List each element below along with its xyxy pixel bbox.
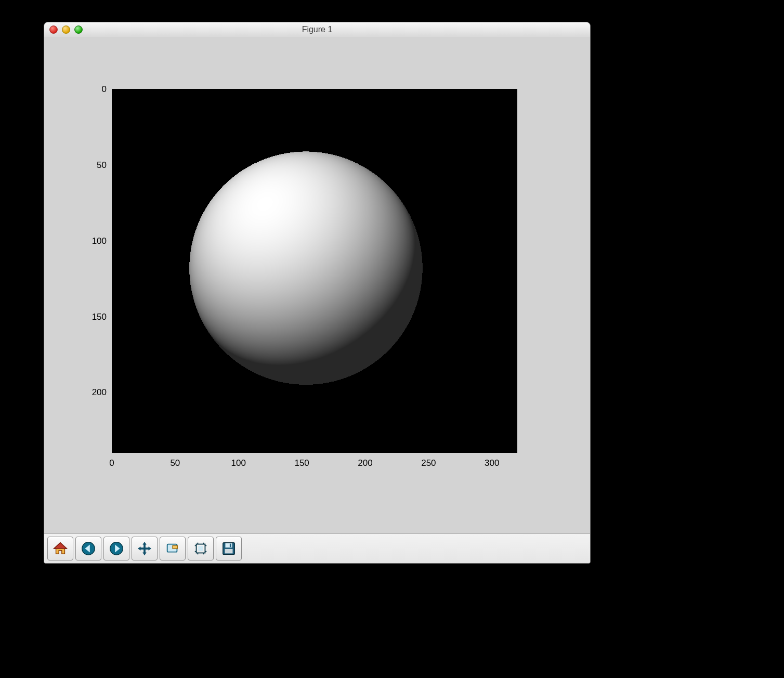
titlebar: Figure 1 bbox=[44, 22, 590, 37]
x-tick: 0 bbox=[109, 458, 114, 468]
window-title: Figure 1 bbox=[302, 25, 333, 34]
x-tick: 100 bbox=[231, 458, 246, 468]
x-tick: 250 bbox=[421, 458, 436, 468]
figure-window: Figure 1 050100150200 050100150200250300 bbox=[44, 22, 591, 564]
zoom-rect-icon bbox=[165, 541, 180, 556]
home-button[interactable] bbox=[47, 537, 73, 560]
zoom-window-icon[interactable] bbox=[74, 25, 83, 34]
move-icon bbox=[137, 541, 152, 556]
arrow-right-icon bbox=[109, 541, 124, 556]
svg-rect-5 bbox=[173, 545, 177, 549]
x-tick: 50 bbox=[170, 458, 180, 468]
nav-toolbar bbox=[44, 533, 590, 563]
svg-rect-7 bbox=[198, 546, 203, 551]
heatmap-image bbox=[112, 89, 517, 453]
x-tick: 200 bbox=[358, 458, 372, 468]
figure-canvas[interactable]: 050100150200 050100150200250300 bbox=[44, 37, 590, 534]
subplots-button[interactable] bbox=[188, 537, 214, 560]
home-icon bbox=[53, 541, 68, 556]
window-controls bbox=[49, 25, 83, 34]
minimize-icon[interactable] bbox=[62, 25, 70, 34]
svg-rect-11 bbox=[225, 549, 233, 553]
save-button[interactable] bbox=[216, 537, 242, 560]
forward-button[interactable] bbox=[103, 537, 129, 560]
subplots-icon bbox=[193, 541, 208, 556]
x-tick: 300 bbox=[485, 458, 499, 468]
arrow-left-icon bbox=[81, 541, 96, 556]
pan-button[interactable] bbox=[132, 537, 158, 560]
close-icon[interactable] bbox=[49, 25, 58, 34]
back-button[interactable] bbox=[75, 537, 101, 560]
svg-rect-10 bbox=[230, 544, 231, 547]
x-tick: 150 bbox=[294, 458, 309, 468]
svg-rect-3 bbox=[140, 547, 149, 550]
axes-image bbox=[112, 89, 517, 453]
zoom-button[interactable] bbox=[160, 537, 186, 560]
save-icon bbox=[221, 541, 237, 556]
